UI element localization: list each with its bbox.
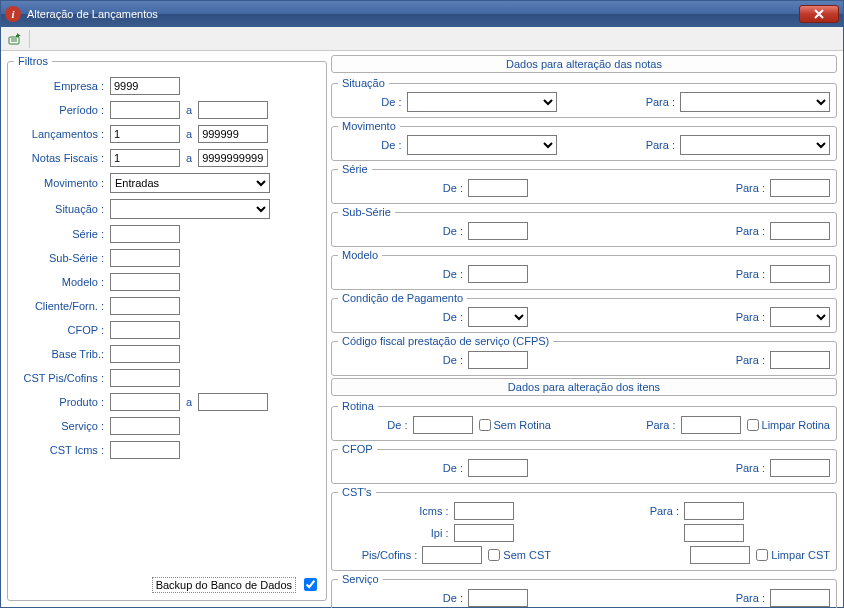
select-mov-de[interactable] — [407, 135, 557, 155]
group-csts: CST's Icms : Para : Ipi : — [331, 486, 837, 571]
input-subserie[interactable] — [110, 249, 180, 267]
row-produto: Produto : a — [14, 393, 320, 411]
label-pis: Pis/Cofins : — [338, 549, 422, 561]
input-servitem-de[interactable] — [468, 589, 528, 607]
header-notas: Dados para alteração das notas — [331, 55, 837, 73]
group-cfop-item: CFOP De : Para : — [331, 443, 837, 484]
select-movimento[interactable]: Entradas — [110, 173, 270, 193]
label-sit-de: De : — [338, 96, 407, 108]
legend-serie: Série — [338, 163, 372, 175]
label-cfps-para: Para : — [710, 354, 770, 366]
group-serie: Série De : Para : — [331, 163, 837, 204]
checkbox-sem-cst[interactable] — [488, 549, 500, 561]
input-serie[interactable] — [110, 225, 180, 243]
input-periodo-from[interactable] — [110, 101, 180, 119]
label-condpag-de: De : — [338, 311, 468, 323]
label-condpag-para: Para : — [710, 311, 770, 323]
group-subserie: Sub-Série De : Para : — [331, 206, 837, 247]
label-sem-rotina: Sem Rotina — [494, 419, 551, 431]
checkbox-limpar-rotina[interactable] — [747, 419, 759, 431]
toolbar-execute-button[interactable] — [5, 29, 25, 49]
row-lanc: Lançamentos : a — [14, 125, 320, 143]
input-servitem-para[interactable] — [770, 589, 830, 607]
checkbox-sem-rotina[interactable] — [479, 419, 491, 431]
input-periodo-to[interactable] — [198, 101, 268, 119]
input-modelo-para[interactable] — [770, 265, 830, 283]
input-serie-para[interactable] — [770, 179, 830, 197]
select-mov-para[interactable] — [680, 135, 830, 155]
input-serie-de[interactable] — [468, 179, 528, 197]
input-modelo[interactable] — [110, 273, 180, 291]
filters-panel: Filtros Empresa : Período : a Lançamento… — [7, 55, 327, 601]
checkbox-limpar-cst[interactable] — [756, 549, 768, 561]
window-title: Alteração de Lançamentos — [27, 8, 799, 20]
checkbox-backup[interactable] — [304, 578, 317, 591]
input-pis-para[interactable] — [690, 546, 750, 564]
legend-csts: CST's — [338, 486, 376, 498]
titlebar: i Alteração de Lançamentos — [1, 1, 843, 27]
label-periodo: Período : — [14, 104, 110, 116]
label-mov-de: De : — [338, 139, 407, 151]
label-servitem-para: Para : — [710, 592, 770, 604]
label-subserie-para: Para : — [710, 225, 770, 237]
input-basetrib[interactable] — [110, 345, 180, 363]
input-produto-from[interactable] — [110, 393, 180, 411]
input-servico[interactable] — [110, 417, 180, 435]
content-area: Filtros Empresa : Período : a Lançamento… — [1, 51, 843, 607]
app-icon: i — [5, 6, 21, 22]
filters-legend: Filtros — [14, 55, 52, 67]
input-modelo-de[interactable] — [468, 265, 528, 283]
label-ipi: Ipi : — [338, 527, 454, 539]
input-cliente[interactable] — [110, 297, 180, 315]
select-condpag-de[interactable] — [468, 307, 528, 327]
input-lanc-to[interactable] — [198, 125, 268, 143]
select-sit-para[interactable] — [680, 92, 830, 112]
legend-condpag: Condição de Pagamento — [338, 292, 467, 304]
close-button[interactable] — [799, 5, 839, 23]
input-subserie-para[interactable] — [770, 222, 830, 240]
label-servitem-de: De : — [338, 592, 468, 604]
label-serie-para: Para : — [710, 182, 770, 194]
row-empresa: Empresa : — [14, 77, 320, 95]
group-movimento: Movimento De : Para : — [331, 120, 837, 161]
input-csticms[interactable] — [110, 441, 180, 459]
input-cfopitem-de[interactable] — [468, 459, 528, 477]
select-condpag-para[interactable] — [770, 307, 830, 327]
input-cfopitem-para[interactable] — [770, 459, 830, 477]
input-ipi-para[interactable] — [684, 524, 744, 542]
input-cfop[interactable] — [110, 321, 180, 339]
label-nf: Notas Fiscais : — [14, 152, 110, 164]
input-nf-to[interactable] — [198, 149, 268, 167]
input-cfps-para[interactable] — [770, 351, 830, 369]
row-subserie: Sub-Série : — [14, 249, 320, 267]
group-servico-item: Serviço De : Para : — [331, 573, 837, 608]
label-produto-a: a — [180, 396, 198, 408]
label-lanc-a: a — [180, 128, 198, 140]
label-cfopitem-de: De : — [338, 462, 468, 474]
label-basetrib: Base Trib.: — [14, 348, 110, 360]
label-csticms: CST Icms : — [14, 444, 110, 456]
input-icms-de[interactable] — [454, 502, 514, 520]
input-icms-para[interactable] — [684, 502, 744, 520]
label-rotina-para: Para : — [621, 419, 681, 431]
input-cfps-de[interactable] — [468, 351, 528, 369]
input-rotina-de[interactable] — [413, 416, 473, 434]
input-empresa[interactable] — [110, 77, 180, 95]
input-lanc-from[interactable] — [110, 125, 180, 143]
label-cfopitem-para: Para : — [710, 462, 770, 474]
select-sit-de[interactable] — [407, 92, 557, 112]
label-cstpis: CST Pis/Cofins : — [14, 372, 110, 384]
input-subserie-de[interactable] — [468, 222, 528, 240]
input-pis-de[interactable] — [422, 546, 482, 564]
input-rotina-para[interactable] — [681, 416, 741, 434]
input-nf-from[interactable] — [110, 149, 180, 167]
input-ipi-de[interactable] — [454, 524, 514, 542]
input-produto-to[interactable] — [198, 393, 268, 411]
input-cstpis[interactable] — [110, 369, 180, 387]
row-situacao: Situação : — [14, 199, 320, 219]
app-window: i Alteração de Lançamentos Filtros Empre… — [0, 0, 844, 608]
select-situacao[interactable] — [110, 199, 270, 219]
row-periodo: Período : a — [14, 101, 320, 119]
close-icon — [814, 9, 824, 19]
right-panel: Dados para alteração das notas Situação … — [331, 55, 837, 601]
